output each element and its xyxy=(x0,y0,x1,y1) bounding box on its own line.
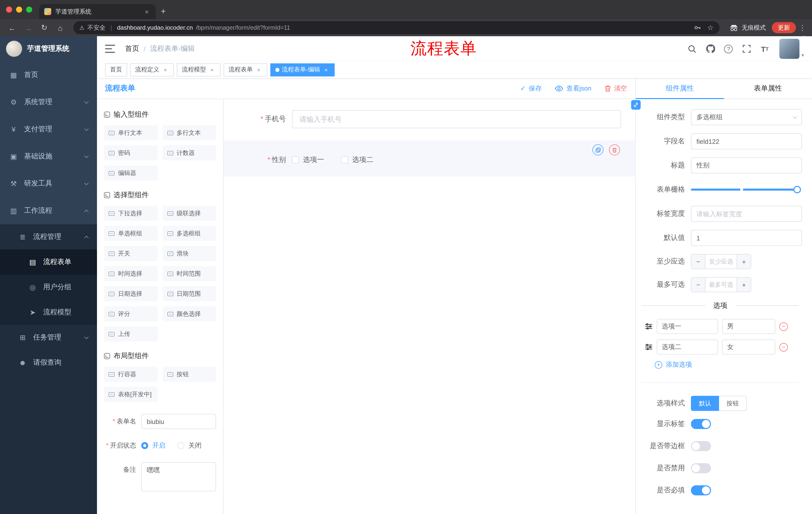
component-type-select[interactable]: 多选框组 xyxy=(691,109,802,125)
remove-option-icon[interactable]: − xyxy=(779,343,788,351)
palette-item-editor[interactable]: 编辑器 xyxy=(104,165,157,181)
remark-textarea[interactable]: 嘿嘿 xyxy=(141,462,216,491)
option-value-input[interactable] xyxy=(722,319,775,334)
sidebar-item-payment[interactable]: ¥ 支付管理 xyxy=(0,116,97,143)
avatar[interactable] xyxy=(779,39,800,59)
tag-close-icon[interactable]: × xyxy=(255,66,262,73)
palette-item-time-picker[interactable]: 时间选择 xyxy=(104,266,157,281)
font-size-icon[interactable]: TT xyxy=(757,41,772,56)
status-off-radio[interactable] xyxy=(177,442,184,449)
palette-item-button[interactable]: 按钮 xyxy=(163,367,216,382)
disabled-toggle[interactable] xyxy=(691,463,711,473)
sidebar-item-infrastructure[interactable]: ▣ 基础设施 xyxy=(0,143,97,170)
palette-item-counter[interactable]: 计数器 xyxy=(163,145,216,160)
palette-item-switch[interactable]: 开关 xyxy=(104,246,157,261)
browser-menu-icon[interactable]: ⋮ xyxy=(798,24,807,32)
close-window-button[interactable] xyxy=(6,6,12,12)
gender-option-2[interactable]: 选项二 xyxy=(341,155,373,164)
breadcrumb-home[interactable]: 首页 xyxy=(125,44,139,53)
password-key-icon[interactable] xyxy=(694,24,701,31)
tag-process-form-edit[interactable]: 流程表单-编辑 × xyxy=(270,63,335,76)
sidebar-item-process-form[interactable]: ▤ 流程表单 xyxy=(0,249,97,275)
palette-item-table[interactable]: 表格[开发中] xyxy=(104,387,157,402)
tag-process-model[interactable]: 流程模型 × xyxy=(177,63,221,76)
sidebar-item-home[interactable]: ▦ 首页 xyxy=(0,61,97,88)
palette-item-date-picker[interactable]: 日期选择 xyxy=(104,286,157,301)
new-tab-button[interactable]: + xyxy=(156,4,171,19)
grid-slider[interactable] xyxy=(691,182,797,198)
checkbox-icon[interactable] xyxy=(341,156,348,163)
minimize-window-button[interactable] xyxy=(16,6,22,12)
title-input[interactable] xyxy=(691,157,802,173)
style-default-button[interactable]: 默认 xyxy=(691,396,719,411)
plus-icon[interactable]: + xyxy=(736,278,751,292)
checkbox-icon[interactable] xyxy=(292,156,299,163)
security-warning-icon[interactable]: ⚠ xyxy=(79,24,84,31)
home-icon[interactable]: ⌂ xyxy=(53,21,67,35)
address-bar[interactable]: ⚠ 不安全 | dashboard.yudao.iocoder.cn /bpm/… xyxy=(74,21,720,34)
tag-close-icon[interactable]: × xyxy=(323,66,330,73)
palette-item-rate[interactable]: 评分 xyxy=(104,306,157,321)
status-on-radio[interactable] xyxy=(141,442,148,449)
default-value-input[interactable] xyxy=(691,230,802,246)
form-canvas[interactable]: 手机号 xyxy=(224,99,635,514)
status-on-label[interactable]: 开启 xyxy=(152,441,165,450)
sidebar-item-devtools[interactable]: ⚒ 研发工具 xyxy=(0,170,97,197)
avatar-caret-icon[interactable]: ▾ xyxy=(802,52,804,59)
save-button[interactable]: ✓ 保存 xyxy=(520,84,542,93)
security-label[interactable]: 不安全 xyxy=(87,23,106,32)
required-toggle[interactable] xyxy=(691,485,711,495)
drag-handle-icon[interactable] xyxy=(645,344,653,351)
tab-component-props[interactable]: 组件属性 xyxy=(636,78,724,99)
maximize-window-button[interactable] xyxy=(26,6,32,12)
reload-icon[interactable]: ↻ xyxy=(37,21,51,35)
tag-process-form[interactable]: 流程表单 × xyxy=(224,63,267,76)
min-select-value[interactable]: 至少应选 xyxy=(705,254,736,269)
palette-item-cascader[interactable]: 级联选择 xyxy=(163,206,216,221)
field-name-input[interactable] xyxy=(691,133,802,150)
forward-icon[interactable]: → xyxy=(21,21,35,35)
option-label-input[interactable] xyxy=(657,340,718,355)
github-icon[interactable] xyxy=(703,41,718,56)
palette-item-single-text[interactable]: 单行文本 xyxy=(104,125,157,140)
link-anchor-icon[interactable] xyxy=(631,100,641,110)
style-button-button[interactable]: 按钮 xyxy=(719,396,747,411)
sidebar-item-leave-query[interactable]: ☻ 请假查询 xyxy=(0,350,97,375)
copy-widget-icon[interactable] xyxy=(592,144,604,155)
back-icon[interactable]: ← xyxy=(5,21,19,35)
browser-update-button[interactable]: 更新 xyxy=(772,22,796,33)
max-select-value[interactable]: 最多可选 xyxy=(705,278,736,292)
minus-icon[interactable]: − xyxy=(691,278,705,292)
label-width-input[interactable] xyxy=(691,206,802,222)
option-value-input[interactable] xyxy=(722,340,775,355)
show-label-toggle[interactable] xyxy=(691,419,711,429)
tag-home[interactable]: 首页 xyxy=(105,63,127,76)
tab-form-props[interactable]: 表单属性 xyxy=(724,78,812,99)
palette-item-color-picker[interactable]: 颜色选择 xyxy=(163,306,216,321)
app-logo[interactable]: 芋道管理系统 xyxy=(0,36,97,61)
tag-close-icon[interactable]: × xyxy=(162,66,169,73)
sidebar-item-workflow[interactable]: ▥ 工作流程 xyxy=(0,197,97,224)
view-json-button[interactable]: 查看json xyxy=(555,84,591,93)
tab-close-icon[interactable]: × xyxy=(143,7,151,16)
palette-item-upload[interactable]: 上传 xyxy=(104,326,157,342)
palette-item-checkbox-group[interactable]: 多选框组 xyxy=(163,226,216,241)
palette-item-dropdown[interactable]: 下拉选择 xyxy=(104,206,157,221)
slider-handle[interactable] xyxy=(793,186,801,193)
plus-icon[interactable]: + xyxy=(736,254,751,269)
palette-item-date-range[interactable]: 日期范围 xyxy=(163,286,216,301)
sidebar-item-process-mgmt[interactable]: ≣ 流程管理 xyxy=(0,224,97,249)
browser-tab[interactable]: 芋道管理系统 × xyxy=(39,4,156,19)
palette-item-multi-text[interactable]: 多行文本 xyxy=(163,125,216,140)
tag-process-definition[interactable]: 流程定义 × xyxy=(130,63,174,76)
minus-icon[interactable]: − xyxy=(691,254,705,269)
border-toggle[interactable] xyxy=(691,441,711,451)
canvas-field-phone[interactable]: 手机号 xyxy=(224,110,635,128)
status-off-label[interactable]: 关闭 xyxy=(188,441,202,450)
add-option-button[interactable]: + 添加选项 xyxy=(655,360,802,369)
palette-item-slider[interactable]: 滑块 xyxy=(163,246,216,261)
form-name-input[interactable] xyxy=(141,414,216,429)
sidebar-item-task-mgmt[interactable]: ⊞ 任务管理 xyxy=(0,325,97,350)
help-icon[interactable]: ? xyxy=(721,41,736,56)
tag-close-icon[interactable]: × xyxy=(208,66,215,73)
